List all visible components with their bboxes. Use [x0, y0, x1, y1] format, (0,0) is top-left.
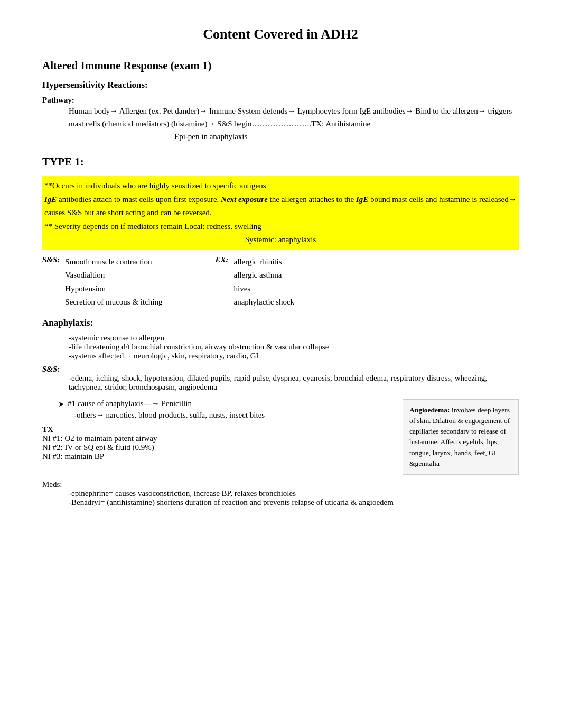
tx-ni3: NI #3: maintain BP — [42, 452, 390, 461]
angioedema-title: Angioedema: — [409, 406, 450, 414]
type1-highlighted-block: **Occurs in individuals who are highly s… — [42, 176, 519, 250]
cause-penicillin: #1 cause of anaphylaxis---→ Penicillin — [68, 399, 192, 408]
cause-box-row: ➤ #1 cause of anaphylaxis---→ Penicillin… — [42, 399, 519, 475]
ige-label1: IgE — [44, 195, 57, 204]
ana-sns-label: S&S: — [42, 365, 60, 373]
arrow-symbol: ➤ — [58, 400, 64, 409]
hl2-text2: the allergen attaches to the — [270, 195, 356, 204]
tx-label: TX — [42, 425, 390, 434]
sns-ex-columns: S&S: Smooth muscle contraction Vasodialt… — [42, 255, 519, 309]
sns-item-4: Secretion of mucous & itching — [65, 296, 162, 309]
anaphylaxis-bullets: -systemic response to allergen -life thr… — [69, 334, 519, 361]
type1-highlight-line4: Systemic: anaphylaxis — [44, 233, 517, 247]
ex-label: EX: — [216, 255, 229, 264]
angioedema-box: Angioedema: involves deep layers of skin… — [403, 399, 519, 475]
pathway-text: Human body→ Allergen (ex. Pet dander)→ I… — [69, 105, 519, 143]
ana-bullet-1: -systemic response to allergen — [69, 334, 519, 343]
sns-item-3: Hypotension — [65, 282, 162, 296]
altered-immune-section: Altered Immune Response (exam 1) Hyperse… — [42, 59, 519, 507]
ex-item-4: anaphylactic shock — [234, 296, 295, 309]
cause-main: ➤ #1 cause of anaphylaxis---→ Penicillin… — [42, 399, 390, 466]
pathway-label: Pathway: — [42, 96, 74, 104]
epi-text: Epi-pen in anaphylaxis — [174, 130, 519, 143]
meds-label: Meds: — [42, 480, 519, 489]
anaphylaxis-section: Anaphylaxis: -systemic response to aller… — [42, 318, 519, 508]
ana-sns-text: -edema, itching, shock, hypotension, dil… — [69, 374, 519, 392]
altered-immune-heading: Altered Immune Response (exam 1) — [42, 59, 519, 72]
type1-heading: TYPE 1: — [42, 155, 519, 169]
ex-item-1: allergic rhinitis — [234, 255, 295, 269]
ige-label2: IgE — [356, 195, 368, 204]
tx-ni1: NI #1: O2 to maintain patent airway — [42, 434, 390, 443]
sns-label: S&S: — [42, 255, 60, 264]
page-title: Content Covered in ADH2 — [42, 26, 519, 42]
ana-sns-label-block: S&S: — [42, 365, 519, 374]
ex-item-3: hives — [234, 282, 295, 296]
tx-ni2: NI #2: IV or SQ epi & fluid (0.9%) — [42, 443, 390, 452]
meds-section: Meds: -epinephrine= causes vasoconstrict… — [42, 480, 519, 507]
next-exposure: Next exposure — [221, 195, 268, 204]
sns-left-col: S&S: Smooth muscle contraction Vasodialt… — [42, 255, 163, 309]
ana-bullet-3: -systems affected→ neurologic, skin, res… — [69, 352, 519, 361]
ana-bullet-2: -life threatening d/t bronchial constric… — [69, 343, 519, 352]
meds-item-1: -epinephrine= causes vasoconstriction, i… — [69, 489, 519, 498]
angioedema-text: involves deep layers of skin. Dilation &… — [409, 406, 510, 467]
type1-highlight-line1: **Occurs in individuals who are highly s… — [44, 179, 517, 193]
ex-right-col: EX: allergic rhinitis allergic asthma hi… — [216, 255, 295, 309]
hypersensitivity-heading: Hypersensitivity Reactions: — [42, 80, 519, 90]
type1-section: TYPE 1: **Occurs in individuals who are … — [42, 155, 519, 507]
anaphylaxis-heading: Anaphylaxis: — [42, 318, 519, 328]
meds-items: -epinephrine= causes vasoconstriction, i… — [69, 489, 519, 507]
meds-item-2: -Benadryl= (antihistamine) shortens dura… — [69, 498, 519, 507]
hypersensitivity-section: Hypersensitivity Reactions: Pathway: Hum… — [42, 80, 519, 143]
sns-item-1: Smooth muscle contraction — [65, 255, 162, 269]
cause-bullet: ➤ #1 cause of anaphylaxis---→ Penicillin — [58, 399, 390, 409]
ex-item-2: allergic asthma — [234, 269, 295, 282]
cause-others: -others→ narcotics, blood products, sulf… — [74, 411, 390, 420]
hl2-text1: antibodies attach to mast cells upon fir… — [59, 195, 221, 204]
type1-highlight-line3: ** Severity depends on if mediators rema… — [44, 220, 517, 234]
type1-highlight-line2: IgE antibodies attach to mast cells upon… — [44, 193, 517, 220]
pathway-content: Human body→ Allergen (ex. Pet dander)→ I… — [69, 107, 512, 128]
pathway-block: Pathway: Human body→ Allergen (ex. Pet d… — [42, 96, 519, 143]
sns-item-2: Vasodialtion — [65, 269, 162, 282]
tx-section: TX NI #1: O2 to maintain patent airway N… — [42, 425, 390, 461]
